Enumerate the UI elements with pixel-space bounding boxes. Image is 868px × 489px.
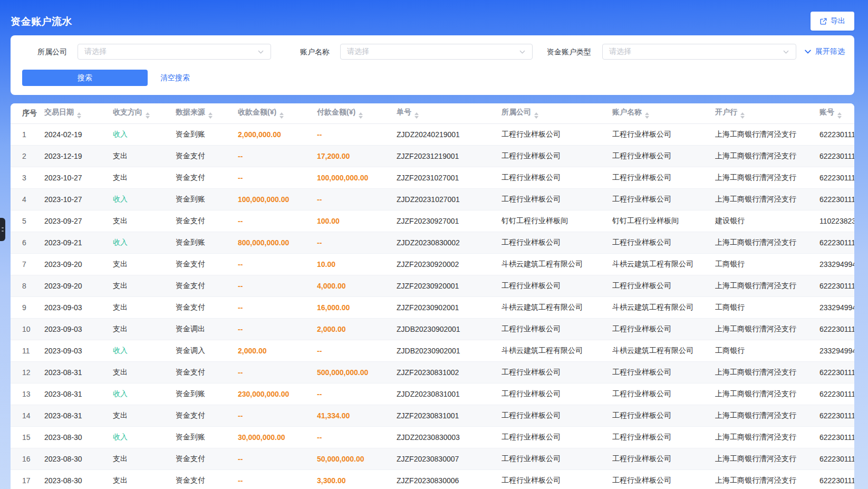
company-select[interactable]: 请选择 bbox=[78, 44, 271, 60]
cell-date: 2023-09-03 bbox=[44, 296, 113, 318]
cell-date: 2023-09-27 bbox=[44, 210, 113, 232]
sort-icon[interactable] bbox=[740, 112, 745, 119]
column-label: 所属公司 bbox=[501, 108, 531, 116]
cell-order: ZJDZ20230830002 bbox=[397, 232, 501, 253]
account-select[interactable]: 请选择 bbox=[340, 44, 533, 60]
cell-bank: 上海工商银行漕河泾支行 bbox=[715, 232, 819, 253]
cell-date: 2023-08-31 bbox=[44, 361, 113, 383]
cell-direction: 收入 bbox=[113, 340, 176, 361]
chevron-down-icon bbox=[257, 49, 264, 55]
column-header-date[interactable]: 交易日期 bbox=[44, 103, 113, 123]
cell-order: ZJZF20230902001 bbox=[397, 296, 501, 318]
column-header-pay[interactable]: 付款金额(¥) bbox=[317, 103, 397, 123]
cell-source: 资金到账 bbox=[176, 383, 238, 405]
sort-icon[interactable] bbox=[837, 112, 842, 119]
cell-seq: 15 bbox=[11, 426, 44, 448]
sort-icon[interactable] bbox=[414, 112, 419, 119]
cell-order: ZJZF20230927001 bbox=[397, 210, 501, 232]
cell-account: 工程行业样板公司 bbox=[612, 469, 715, 489]
column-header-accno[interactable]: 账号 bbox=[819, 103, 854, 123]
column-label: 账户名称 bbox=[612, 108, 642, 116]
table-row: 32023-10-27支出资金支付--100,000,000.00ZJZF202… bbox=[11, 167, 854, 188]
table-row: 152023-08-30收入资金到账30,000,000.00--ZJDZ202… bbox=[11, 426, 854, 448]
cell-accno: 6222301111 bbox=[819, 232, 854, 253]
cell-account: 工程行业样板公司 bbox=[612, 232, 715, 253]
sort-icon[interactable] bbox=[534, 112, 538, 119]
cell-recv: 2,000,000.00 bbox=[238, 123, 317, 145]
cell-source: 资金支付 bbox=[176, 405, 238, 426]
expand-filters-link[interactable]: 展开筛选 bbox=[804, 44, 845, 60]
column-header-order[interactable]: 单号 bbox=[397, 103, 501, 123]
cell-seq: 14 bbox=[11, 405, 44, 426]
cell-seq: 3 bbox=[11, 167, 44, 188]
column-header-recv[interactable]: 收款金额(¥) bbox=[238, 103, 317, 123]
cell-recv: 800,000,000.00 bbox=[238, 232, 317, 253]
column-header-account[interactable]: 账户名称 bbox=[612, 103, 715, 123]
sort-icon[interactable] bbox=[77, 112, 81, 119]
cell-bank: 上海工商银行漕河泾支行 bbox=[715, 426, 819, 448]
account-type-select[interactable]: 请选择 bbox=[602, 44, 796, 60]
cell-seq: 1 bbox=[11, 123, 44, 145]
table-row: 12024-02-19收入资金到账2,000,000.00--ZJDZ20240… bbox=[11, 123, 854, 145]
column-header-source[interactable]: 数据来源 bbox=[176, 103, 238, 123]
column-label: 付款金额(¥) bbox=[317, 108, 355, 116]
column-header-direction[interactable]: 收支方向 bbox=[113, 103, 176, 123]
cell-direction: 支出 bbox=[113, 361, 176, 383]
table-row: 142023-08-31支出资金支付--41,334.00ZJZF2023083… bbox=[11, 405, 854, 426]
cell-source: 资金支付 bbox=[176, 275, 238, 296]
cell-pay: 4,000.00 bbox=[317, 275, 397, 296]
cell-account: 工程行业样板公司 bbox=[612, 405, 715, 426]
cell-company: 钉钉工程行业样板间 bbox=[501, 210, 612, 232]
cell-pay: 16,000.00 bbox=[317, 296, 397, 318]
column-label: 账号 bbox=[819, 108, 834, 116]
column-label: 收款金额(¥) bbox=[238, 108, 276, 116]
cell-accno: 6222301111 bbox=[819, 318, 854, 340]
cell-account: 工程行业样板公司 bbox=[612, 188, 715, 210]
column-header-bank[interactable]: 开户行 bbox=[715, 103, 819, 123]
column-label: 序号 bbox=[22, 109, 37, 117]
cell-accno: 6222301111 bbox=[819, 405, 854, 426]
search-button[interactable]: 搜索 bbox=[22, 70, 148, 86]
company-filter-label: 所属公司 bbox=[25, 44, 67, 60]
column-label: 收支方向 bbox=[113, 108, 142, 116]
cell-direction: 支出 bbox=[113, 469, 176, 489]
chevron-down-icon bbox=[804, 48, 812, 55]
cell-date: 2023-09-21 bbox=[44, 232, 113, 253]
cell-date: 2023-10-27 bbox=[44, 188, 113, 210]
column-label: 单号 bbox=[397, 108, 411, 116]
account-select-placeholder: 请选择 bbox=[347, 47, 369, 56]
cell-date: 2023-08-30 bbox=[44, 448, 113, 469]
cell-accno: 2332949941 bbox=[819, 296, 854, 318]
clear-search-link[interactable]: 清空搜索 bbox=[160, 70, 190, 86]
cell-accno: 2332949941 bbox=[819, 340, 854, 361]
sort-icon[interactable] bbox=[359, 112, 363, 119]
cell-company: 工程行业样板公司 bbox=[501, 426, 612, 448]
table-row: 82023-09-20支出资金支付--4,000.00ZJZF202309200… bbox=[11, 275, 854, 296]
cell-source: 资金支付 bbox=[176, 361, 238, 383]
export-button[interactable]: 导出 bbox=[811, 12, 854, 31]
cell-order: ZJZF20231219001 bbox=[397, 145, 501, 167]
sort-icon[interactable] bbox=[279, 112, 284, 119]
cell-date: 2024-02-19 bbox=[44, 123, 113, 145]
sort-icon[interactable] bbox=[645, 112, 649, 119]
cell-recv: -- bbox=[238, 210, 317, 232]
cell-accno: 6222301111 bbox=[819, 383, 854, 405]
side-drawer-handle[interactable] bbox=[0, 218, 5, 241]
sort-icon[interactable] bbox=[208, 112, 213, 119]
cell-seq: 11 bbox=[11, 340, 44, 361]
chevron-down-icon bbox=[783, 49, 789, 55]
cell-recv: 2,000.00 bbox=[238, 340, 317, 361]
cell-seq: 17 bbox=[11, 469, 44, 489]
cell-seq: 7 bbox=[11, 253, 44, 275]
sort-icon[interactable] bbox=[146, 112, 150, 119]
table-row: 162023-08-30支出资金支付--50,000,000.00ZJZF202… bbox=[11, 448, 854, 469]
column-header-company[interactable]: 所属公司 bbox=[501, 103, 612, 123]
cell-recv: 30,000,000.00 bbox=[238, 426, 317, 448]
cell-company: 斗栱云建筑工程有限公司 bbox=[501, 340, 612, 361]
cell-account: 斗栱云建筑工程有限公司 bbox=[612, 296, 715, 318]
cell-bank: 上海工商银行漕河泾支行 bbox=[715, 361, 819, 383]
cell-company: 工程行业样板公司 bbox=[501, 469, 612, 489]
cell-order: ZJDZ20231027001 bbox=[397, 188, 501, 210]
cell-seq: 6 bbox=[11, 232, 44, 253]
cell-bank: 上海工商银行漕河泾支行 bbox=[715, 188, 819, 210]
